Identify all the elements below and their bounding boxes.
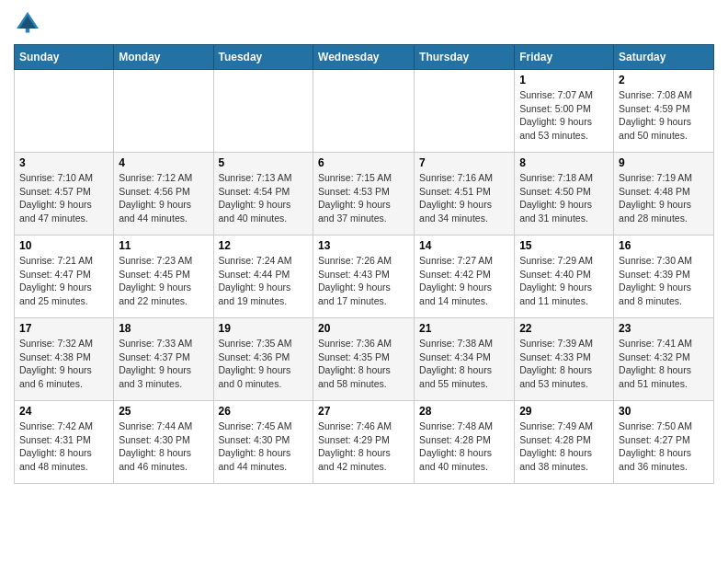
day-header-monday: Monday [114, 45, 213, 70]
day-number: 7 [419, 156, 509, 169]
day-number: 15 [519, 239, 609, 252]
day-info: Sunrise: 7:18 AM Sunset: 4:50 PM Dayligh… [519, 171, 609, 225]
header [14, 9, 714, 37]
day-info: Sunrise: 7:21 AM Sunset: 4:47 PM Dayligh… [19, 254, 108, 308]
day-number: 22 [519, 322, 609, 335]
day-info: Sunrise: 7:32 AM Sunset: 4:38 PM Dayligh… [19, 337, 108, 391]
day-info: Sunrise: 7:10 AM Sunset: 4:57 PM Dayligh… [19, 171, 108, 225]
day-number: 29 [519, 405, 609, 418]
day-cell: 26Sunrise: 7:45 AM Sunset: 4:30 PM Dayli… [213, 401, 313, 484]
calendar-body: 1Sunrise: 7:07 AM Sunset: 5:00 PM Daylig… [15, 70, 714, 484]
day-cell: 10Sunrise: 7:21 AM Sunset: 4:47 PM Dayli… [15, 236, 114, 318]
day-cell [415, 70, 515, 153]
day-cell: 15Sunrise: 7:29 AM Sunset: 4:40 PM Dayli… [515, 236, 614, 318]
day-info: Sunrise: 7:33 AM Sunset: 4:37 PM Dayligh… [119, 337, 208, 391]
day-header-wednesday: Wednesday [313, 45, 415, 70]
day-cell: 8Sunrise: 7:18 AM Sunset: 4:50 PM Daylig… [515, 153, 614, 236]
day-info: Sunrise: 7:19 AM Sunset: 4:48 PM Dayligh… [619, 171, 709, 225]
day-cell: 12Sunrise: 7:24 AM Sunset: 4:44 PM Dayli… [213, 236, 313, 318]
day-info: Sunrise: 7:12 AM Sunset: 4:56 PM Dayligh… [119, 171, 208, 225]
day-cell: 24Sunrise: 7:42 AM Sunset: 4:31 PM Dayli… [15, 401, 114, 484]
day-info: Sunrise: 7:39 AM Sunset: 4:33 PM Dayligh… [519, 337, 609, 391]
day-number: 1 [519, 74, 609, 86]
day-cell: 22Sunrise: 7:39 AM Sunset: 4:33 PM Dayli… [515, 318, 614, 401]
day-info: Sunrise: 7:30 AM Sunset: 4:39 PM Dayligh… [619, 254, 709, 308]
day-cell: 21Sunrise: 7:38 AM Sunset: 4:34 PM Dayli… [415, 318, 515, 401]
day-info: Sunrise: 7:48 AM Sunset: 4:28 PM Dayligh… [419, 419, 509, 474]
day-cell: 30Sunrise: 7:50 AM Sunset: 4:27 PM Dayli… [614, 401, 714, 484]
day-cell: 29Sunrise: 7:49 AM Sunset: 4:28 PM Dayli… [515, 401, 614, 484]
day-info: Sunrise: 7:38 AM Sunset: 4:34 PM Dayligh… [419, 337, 509, 391]
day-number: 21 [419, 322, 509, 335]
day-cell: 28Sunrise: 7:48 AM Sunset: 4:28 PM Dayli… [415, 401, 515, 484]
day-number: 25 [119, 405, 208, 418]
day-cell: 7Sunrise: 7:16 AM Sunset: 4:51 PM Daylig… [415, 153, 515, 236]
day-info: Sunrise: 7:27 AM Sunset: 4:42 PM Dayligh… [419, 254, 509, 308]
day-cell: 23Sunrise: 7:41 AM Sunset: 4:32 PM Dayli… [614, 318, 714, 401]
day-cell: 5Sunrise: 7:13 AM Sunset: 4:54 PM Daylig… [213, 153, 313, 236]
day-info: Sunrise: 7:36 AM Sunset: 4:35 PM Dayligh… [318, 337, 409, 391]
day-header-saturday: Saturday [614, 45, 714, 70]
day-info: Sunrise: 7:49 AM Sunset: 4:28 PM Dayligh… [519, 419, 609, 474]
day-info: Sunrise: 7:07 AM Sunset: 5:00 PM Dayligh… [519, 88, 609, 143]
day-info: Sunrise: 7:08 AM Sunset: 4:59 PM Dayligh… [619, 88, 709, 143]
day-number: 6 [318, 156, 409, 169]
logo-icon [14, 9, 41, 37]
day-number: 26 [219, 405, 309, 418]
day-info: Sunrise: 7:26 AM Sunset: 4:43 PM Dayligh… [318, 254, 409, 308]
page: SundayMondayTuesdayWednesdayThursdayFrid… [0, 0, 728, 493]
day-number: 4 [119, 156, 208, 169]
day-info: Sunrise: 7:16 AM Sunset: 4:51 PM Dayligh… [419, 171, 509, 225]
day-cell: 18Sunrise: 7:33 AM Sunset: 4:37 PM Dayli… [114, 318, 213, 401]
day-number: 17 [19, 322, 108, 335]
logo [14, 9, 45, 37]
day-number: 18 [119, 322, 208, 335]
day-cell [114, 70, 213, 153]
week-row-1: 1Sunrise: 7:07 AM Sunset: 5:00 PM Daylig… [15, 70, 714, 153]
week-row-3: 10Sunrise: 7:21 AM Sunset: 4:47 PM Dayli… [15, 236, 714, 318]
day-number: 14 [419, 239, 509, 252]
week-row-4: 17Sunrise: 7:32 AM Sunset: 4:38 PM Dayli… [15, 318, 714, 401]
day-cell: 19Sunrise: 7:35 AM Sunset: 4:36 PM Dayli… [213, 318, 313, 401]
day-number: 3 [19, 156, 108, 169]
day-header-thursday: Thursday [415, 45, 515, 70]
day-info: Sunrise: 7:23 AM Sunset: 4:45 PM Dayligh… [119, 254, 208, 308]
day-header-tuesday: Tuesday [213, 45, 313, 70]
day-info: Sunrise: 7:50 AM Sunset: 4:27 PM Dayligh… [619, 419, 709, 474]
day-number: 23 [619, 322, 709, 335]
day-header-sunday: Sunday [15, 45, 114, 70]
day-cell: 1Sunrise: 7:07 AM Sunset: 5:00 PM Daylig… [515, 70, 614, 153]
day-cell: 11Sunrise: 7:23 AM Sunset: 4:45 PM Dayli… [114, 236, 213, 318]
day-cell: 14Sunrise: 7:27 AM Sunset: 4:42 PM Dayli… [415, 236, 515, 318]
day-number: 13 [318, 239, 409, 252]
day-cell: 17Sunrise: 7:32 AM Sunset: 4:38 PM Dayli… [15, 318, 114, 401]
day-cell: 13Sunrise: 7:26 AM Sunset: 4:43 PM Dayli… [313, 236, 415, 318]
day-info: Sunrise: 7:13 AM Sunset: 4:54 PM Dayligh… [219, 171, 309, 225]
day-cell: 9Sunrise: 7:19 AM Sunset: 4:48 PM Daylig… [614, 153, 714, 236]
week-row-2: 3Sunrise: 7:10 AM Sunset: 4:57 PM Daylig… [15, 153, 714, 236]
day-number: 27 [318, 405, 409, 418]
day-cell: 2Sunrise: 7:08 AM Sunset: 4:59 PM Daylig… [614, 70, 714, 153]
day-info: Sunrise: 7:24 AM Sunset: 4:44 PM Dayligh… [219, 254, 309, 308]
day-number: 10 [19, 239, 108, 252]
day-number: 20 [318, 322, 409, 335]
day-cell: 6Sunrise: 7:15 AM Sunset: 4:53 PM Daylig… [313, 153, 415, 236]
day-header-friday: Friday [515, 45, 614, 70]
calendar-header-row: SundayMondayTuesdayWednesdayThursdayFrid… [15, 45, 714, 70]
day-cell [313, 70, 415, 153]
day-number: 16 [619, 239, 709, 252]
day-cell: 4Sunrise: 7:12 AM Sunset: 4:56 PM Daylig… [114, 153, 213, 236]
day-cell: 16Sunrise: 7:30 AM Sunset: 4:39 PM Dayli… [614, 236, 714, 318]
svg-rect-2 [26, 29, 30, 33]
day-number: 28 [419, 405, 509, 418]
day-info: Sunrise: 7:46 AM Sunset: 4:29 PM Dayligh… [318, 419, 409, 474]
day-number: 11 [119, 239, 208, 252]
week-row-5: 24Sunrise: 7:42 AM Sunset: 4:31 PM Dayli… [15, 401, 714, 484]
day-info: Sunrise: 7:29 AM Sunset: 4:40 PM Dayligh… [519, 254, 609, 308]
day-info: Sunrise: 7:42 AM Sunset: 4:31 PM Dayligh… [19, 419, 108, 474]
day-info: Sunrise: 7:45 AM Sunset: 4:30 PM Dayligh… [219, 419, 309, 474]
day-number: 30 [619, 405, 709, 418]
day-cell [15, 70, 114, 153]
day-info: Sunrise: 7:41 AM Sunset: 4:32 PM Dayligh… [619, 337, 709, 391]
day-number: 9 [619, 156, 709, 169]
